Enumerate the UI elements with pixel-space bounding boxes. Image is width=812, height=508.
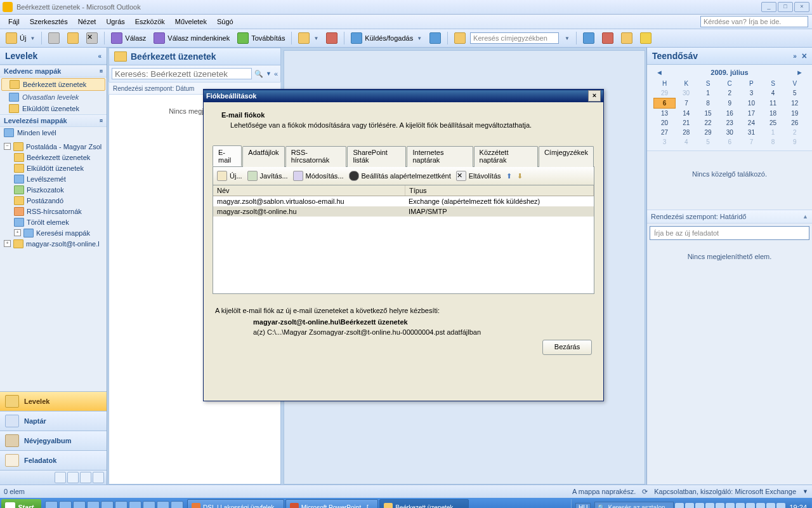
calendar-day[interactable]: 7 xyxy=(676,98,697,109)
collapse-icon[interactable]: « xyxy=(98,53,102,60)
calendar-day[interactable]: 26 xyxy=(784,118,806,128)
calendar-day[interactable]: 6 xyxy=(719,137,740,147)
misc1-icon[interactable] xyxy=(618,31,636,45)
language-indicator[interactable]: HU xyxy=(575,503,591,509)
calendar-day[interactable]: 31 xyxy=(740,128,762,137)
favorite-folders-header[interactable]: Kedvenc mappák¤ xyxy=(0,65,107,77)
navbtn-mail[interactable]: Levelek xyxy=(0,391,107,411)
calendar-day[interactable]: 6 xyxy=(654,98,676,109)
tray-icon[interactable] xyxy=(766,503,775,508)
tree-pst-root[interactable]: +magyar-zsolt@t-online.l xyxy=(3,238,105,249)
notes-icon[interactable] xyxy=(67,472,79,483)
search-input[interactable] xyxy=(112,68,252,79)
tree-sent[interactable]: Elküldött üzenetek xyxy=(3,163,105,173)
tree-search-folders[interactable]: +Keresési mappák xyxy=(3,227,105,238)
desktop-search-input[interactable]: 🔍Keresés az asztalon xyxy=(594,502,674,508)
calendar-day[interactable]: 28 xyxy=(676,128,697,137)
menu-help[interactable]: Súgó xyxy=(213,17,238,27)
calendar-day[interactable]: 9 xyxy=(719,98,740,109)
ql-icon[interactable] xyxy=(171,501,183,508)
calendar-day[interactable]: 29 xyxy=(654,88,676,98)
calendar-day[interactable]: 18 xyxy=(763,109,784,119)
ql-icon[interactable] xyxy=(87,501,100,508)
calendar-day[interactable]: 22 xyxy=(697,118,719,128)
find-button[interactable] xyxy=(426,31,444,45)
delete-button[interactable]: ✕ xyxy=(83,31,101,45)
taskbar-item-active[interactable]: Beérkezett üzenetek - ... xyxy=(379,499,468,508)
tray-icon[interactable] xyxy=(746,503,755,508)
tree-junk[interactable]: Levélszemét xyxy=(3,173,105,184)
tab-addressbooks[interactable]: Címjegyzékek xyxy=(539,146,594,167)
search-dd-icon[interactable]: ▼ xyxy=(266,70,272,77)
calendar-day[interactable]: 21 xyxy=(676,118,697,128)
send-receive-button[interactable]: Küldés/fogadás▼ xyxy=(348,31,425,45)
calendar-day[interactable]: 5 xyxy=(697,137,719,147)
modify-account-button[interactable]: Módosítás... xyxy=(293,171,344,181)
calendar-day[interactable]: 24 xyxy=(740,118,762,128)
calendar-day[interactable]: 2 xyxy=(719,88,740,98)
col-type[interactable]: Típus xyxy=(405,185,594,196)
calendar-day[interactable]: 1 xyxy=(763,128,784,137)
configure-buttons-icon[interactable] xyxy=(93,472,104,483)
new-account-button[interactable]: Új... xyxy=(217,171,242,181)
maximize-button[interactable]: □ xyxy=(778,2,793,12)
calendar-day[interactable]: 17 xyxy=(740,109,762,119)
repair-account-button[interactable]: Javítás... xyxy=(247,171,288,181)
menu-edit[interactable]: Szerkesztés xyxy=(25,17,72,27)
prev-month-icon[interactable]: ◄ xyxy=(656,69,663,76)
calendar-day[interactable]: 8 xyxy=(697,98,719,109)
remove-account-button[interactable]: ✕Eltávolítás xyxy=(456,171,501,181)
tree-rss[interactable]: RSS-hírcsatornák xyxy=(3,206,105,217)
tray-icon[interactable] xyxy=(705,503,714,508)
taskbar-item[interactable]: Microsoft PowerPoint - [... xyxy=(285,499,378,508)
help-icon[interactable] xyxy=(580,31,598,45)
tab-datafiles[interactable]: Adatfájlok xyxy=(242,146,284,167)
move-down-button[interactable]: ⬇ xyxy=(517,172,523,180)
calendar-day[interactable]: 13 xyxy=(654,109,676,119)
forward-button[interactable]: Továbbítás xyxy=(234,31,288,45)
addressbook-button[interactable] xyxy=(451,31,469,45)
ql-icon[interactable] xyxy=(115,501,128,508)
todo-close-icon[interactable]: × xyxy=(802,51,807,61)
new-task-input[interactable]: Írja be az új feladatot xyxy=(650,226,809,240)
tray-icon[interactable] xyxy=(756,503,765,508)
tab-published-calendars[interactable]: Közzétett naptárak xyxy=(474,146,538,167)
dialog-close-button[interactable]: × xyxy=(588,90,601,102)
reply-button[interactable]: Válasz xyxy=(108,31,149,45)
fav-inbox[interactable]: Beérkezett üzenetek xyxy=(1,78,105,91)
calendar-day[interactable]: 30 xyxy=(719,128,740,137)
calendar-day[interactable]: 7 xyxy=(740,137,762,147)
tab-internet-calendars[interactable]: Internetes naptárak xyxy=(407,146,473,167)
calendar-day[interactable]: 27 xyxy=(654,128,676,137)
navbtn-calendar[interactable]: Naptár xyxy=(0,411,107,431)
tab-rss[interactable]: RSS-hírcsatornák xyxy=(285,146,347,167)
calendar-day[interactable]: 14 xyxy=(676,109,697,119)
reply-all-button[interactable]: Válasz mindenkinek xyxy=(150,31,233,45)
month-label[interactable]: 2009. július xyxy=(710,69,748,76)
fav-unread[interactable]: Olvasatlan levelek xyxy=(0,91,107,103)
calendar-day[interactable]: 12 xyxy=(784,98,806,109)
calendar-day[interactable]: 8 xyxy=(763,137,784,147)
status-dd-icon[interactable]: ▼ xyxy=(802,488,808,495)
followup-button[interactable] xyxy=(323,31,341,45)
menu-go[interactable]: Ugrás xyxy=(102,17,129,27)
next-month-icon[interactable]: ► xyxy=(796,69,803,76)
close-dialog-button[interactable]: Bezárás xyxy=(542,340,592,355)
tray-icon[interactable] xyxy=(695,503,704,508)
calendar-day[interactable]: 4 xyxy=(763,88,784,98)
calendar-day[interactable]: 2 xyxy=(784,128,806,137)
calendar-day[interactable]: 5 xyxy=(784,88,806,98)
calendar-day[interactable]: 3 xyxy=(654,137,676,147)
tree-inbox[interactable]: Beérkezett üzenetek xyxy=(3,152,105,163)
ql-icon[interactable] xyxy=(101,501,114,508)
mail-folders-header[interactable]: Levelezési mappák¤ xyxy=(0,114,107,127)
tree-drafts[interactable]: Piszkozatok xyxy=(3,184,105,195)
menu-file[interactable]: Fájl xyxy=(4,17,24,27)
account-row[interactable]: magyar.zsolt@sablon.virtualoso-email.huE… xyxy=(213,196,594,206)
calendar-day[interactable]: 19 xyxy=(784,109,806,119)
tray-icon[interactable] xyxy=(776,503,785,508)
tree-mailbox-root[interactable]: −Postaláda - Magyar Zsol xyxy=(3,141,105,152)
navbtn-contacts[interactable]: Névjegyalbum xyxy=(0,431,107,450)
tray-icon[interactable] xyxy=(675,503,684,508)
flag-icon[interactable] xyxy=(599,31,617,45)
